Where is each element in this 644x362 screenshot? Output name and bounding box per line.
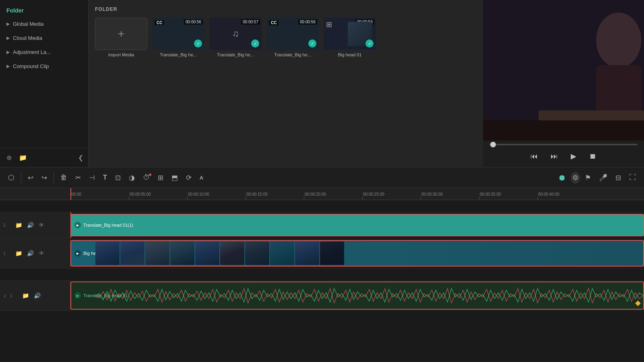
- clock-btn-wrap: ⏱: [140, 171, 153, 184]
- import-media-thumb: +: [95, 18, 147, 50]
- bighead-thumb: 00:00:56 ⊞ ✓: [324, 18, 376, 50]
- marker-button[interactable]: ⚑: [582, 171, 594, 184]
- media-browser-header: FOLDER: [95, 6, 477, 12]
- svg-rect-4: [483, 120, 644, 141]
- clip-play-icon-audio: ▶: [74, 292, 81, 299]
- chevron-right-icon: ▶: [6, 64, 10, 69]
- duration-badge-3: 00:00:56: [298, 19, 317, 25]
- music-note-icon: ♪: [3, 292, 6, 299]
- cc-badge-3: CC: [269, 20, 279, 25]
- track-visibility-button-2[interactable]: 👁: [38, 221, 45, 229]
- track-spacer-top: [0, 200, 644, 212]
- color-button[interactable]: ◑: [126, 171, 138, 184]
- translate-label-1: Translate_Big he...: [160, 52, 197, 57]
- translate-item-3[interactable]: 00:00:56 CC ✓ Translate_Big he...: [266, 18, 319, 57]
- sidebar: Folder ▶ Global Media ▶ Cloud Media ▶ Ad…: [0, 0, 89, 167]
- track-clip-audio[interactable]: ▶ Translate_Big head 01: [70, 281, 644, 310]
- translate-thumb-3: 00:00:56 CC ✓: [266, 18, 319, 50]
- svg-point-1: [596, 12, 641, 68]
- motion-button[interactable]: ⟳: [183, 171, 195, 184]
- track-visibility-button-1[interactable]: 👁: [38, 249, 45, 257]
- track-number-2: 2: [3, 223, 11, 228]
- sidebar-item-cloud-media[interactable]: ▶ Cloud Media: [0, 31, 88, 45]
- ruler-mark-1: 00:00:05:00: [129, 192, 187, 200]
- track-audio-button-1[interactable]: 🔊: [26, 249, 35, 257]
- media-grid: + Import Media 00:00:56 CC ✓ Translate_B…: [95, 18, 477, 57]
- cut-button[interactable]: ✂: [72, 171, 84, 184]
- video-frame-1: [95, 242, 120, 265]
- delete-button[interactable]: 🗑: [57, 171, 70, 184]
- clock-button[interactable]: ⏱: [140, 171, 153, 184]
- bighead-item[interactable]: 00:00:56 ⊞ ✓ Big head 01: [324, 18, 376, 57]
- translate-item-2[interactable]: 00:00:57 ♫ ✓ Translate_Big he...: [209, 18, 262, 57]
- media-browser: FOLDER + Import Media 00:00:56 CC ✓ Tran…: [89, 0, 483, 167]
- plus-icon: +: [118, 27, 124, 40]
- preview-person: [483, 0, 644, 141]
- chevron-right-icon: ▶: [6, 50, 10, 55]
- redo-button[interactable]: ↪: [38, 171, 50, 184]
- track-row-1: 1 📁 🔊 👁 ▶ Big head 01: [0, 238, 644, 269]
- sidebar-item-adjustment-layer[interactable]: ▶ Adjustment La...: [0, 45, 88, 59]
- ruler-marks: 00:00 00:00:05:00 00:00:10:00 00:00:15:0…: [70, 188, 596, 200]
- add-media-button[interactable]: ⊕: [5, 152, 13, 163]
- track-clip-translate[interactable]: ▶ Translate_Big head 01(1): [70, 214, 644, 236]
- record-button[interactable]: ⏺: [555, 171, 569, 185]
- translate-label-2: Translate_Big he...: [217, 52, 254, 57]
- track-folder-button-2[interactable]: 📁: [14, 221, 23, 229]
- preview-video: [483, 0, 644, 141]
- voiceover-button[interactable]: 🎤: [596, 171, 611, 184]
- prev-frame-button[interactable]: ⏮: [527, 150, 541, 162]
- ruler-mark-4: 00:00:20:00: [304, 192, 362, 200]
- subtitles-button[interactable]: ⊟: [612, 171, 624, 184]
- sidebar-item-global-media[interactable]: ▶ Global Media: [0, 17, 88, 31]
- track-clip-bighead[interactable]: ▶ Big head 01: [70, 240, 644, 267]
- music-icon: ♫: [232, 29, 239, 39]
- play-button[interactable]: ▶: [568, 150, 580, 162]
- playhead-line: [70, 188, 71, 200]
- undo-button[interactable]: ↩: [25, 171, 37, 184]
- ruler-mark-5: 00:00:25:00: [362, 192, 421, 200]
- select-tool-button[interactable]: ⬡: [5, 171, 18, 184]
- track-controls-2: 2 📁 🔊 👁: [0, 212, 70, 238]
- sidebar-item-compound-clip[interactable]: ▶ Compound Clip: [0, 59, 88, 73]
- track-audio-button-a1[interactable]: 🔊: [33, 292, 41, 300]
- camera-button[interactable]: ⛶: [626, 171, 639, 184]
- track-content-audio-1: ▶ Translate_Big head 01 ◆: [70, 281, 644, 310]
- adjust-button[interactable]: ⊞: [155, 171, 167, 184]
- import-media-item[interactable]: + Import Media: [95, 18, 147, 57]
- collapse-sidebar-button[interactable]: ❮: [78, 152, 83, 163]
- stop-button[interactable]: ⏹: [586, 150, 600, 162]
- duration-badge-1: 00:00:56: [184, 19, 203, 25]
- chevron-right-icon: ▶: [6, 35, 10, 41]
- track-audio-button-2[interactable]: 🔊: [26, 221, 35, 229]
- compound-clip-icon: ⊞: [326, 20, 332, 29]
- ruler-mark-7: 00:00:35:00: [479, 192, 537, 200]
- clock-dot: [149, 174, 151, 176]
- track-folder-button-1[interactable]: 📁: [14, 249, 23, 257]
- chevron-right-icon: ▶: [6, 21, 10, 27]
- pip-button[interactable]: ⬒: [168, 171, 181, 184]
- clip-label: ▶ Translate_Big head 01(1): [74, 222, 133, 228]
- track-spacer-mid: [0, 269, 644, 281]
- scrubber[interactable]: [489, 144, 638, 145]
- title2-button[interactable]: A: [196, 172, 206, 183]
- preview-panel: ⏮ ⏭ ▶ ⏹: [483, 0, 644, 167]
- track-folder-button-a1[interactable]: 📁: [21, 292, 30, 300]
- check-icon-bh: ✓: [365, 39, 374, 48]
- crop-button[interactable]: ⊡: [112, 171, 124, 184]
- translate-item-1[interactable]: 00:00:56 CC ✓ Translate_Big he...: [152, 18, 204, 57]
- ruler-mark-3: 00:00:15:00: [246, 192, 304, 200]
- settings-button[interactable]: ⚙: [571, 172, 580, 184]
- timeline-ruler: 00:00 00:00:05:00 00:00:10:00 00:00:15:0…: [0, 188, 644, 200]
- ruler-mark-2: 00:00:10:00: [187, 192, 246, 200]
- ruler-mark-6: 00:00:30:00: [421, 192, 479, 200]
- folder-button[interactable]: 📁: [17, 152, 29, 163]
- video-frame-4: [170, 242, 194, 265]
- loop-play-button[interactable]: ⏭: [547, 150, 561, 162]
- video-frame-7: [245, 242, 269, 265]
- trim-button[interactable]: ⊣: [86, 171, 98, 184]
- video-frames: [95, 242, 643, 265]
- cc-badge-1: CC: [155, 20, 164, 25]
- toolbar-separator-1: [21, 172, 21, 183]
- text-button[interactable]: T: [100, 172, 110, 184]
